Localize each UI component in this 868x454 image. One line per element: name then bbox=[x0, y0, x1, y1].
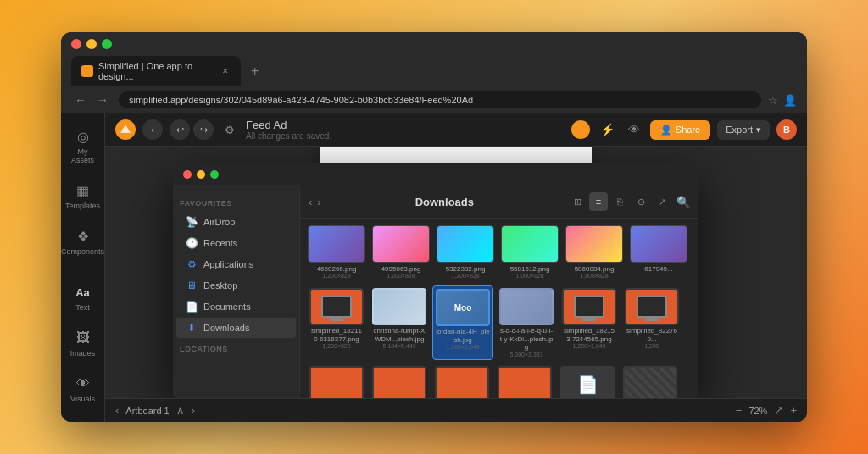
bookmark-icon[interactable]: ☆ bbox=[768, 94, 778, 107]
user-icon[interactable]: 👤 bbox=[783, 94, 797, 107]
sidebar-item-images[interactable]: 🖼 Images bbox=[64, 322, 102, 364]
nav-buttons: ← → bbox=[71, 91, 112, 108]
artboard-label: Artboard 1 bbox=[125, 406, 169, 416]
undo-button[interactable]: ↩ bbox=[170, 119, 190, 140]
file-name: 5581612.png bbox=[510, 265, 550, 273]
maximize-button[interactable] bbox=[102, 39, 112, 49]
list-item[interactable]: Moo jordan-nia-4H_plesh.jpg 1,200×1,649 bbox=[432, 285, 493, 360]
list-item[interactable] bbox=[620, 363, 680, 398]
list-item[interactable]: 5860084.png 1,000×828 bbox=[565, 225, 624, 279]
back-to-home-button[interactable]: ‹ bbox=[142, 119, 163, 140]
prev-artboard-button[interactable]: ‹ bbox=[115, 404, 119, 417]
up-artboard-button[interactable]: ∧ bbox=[176, 404, 185, 417]
sidebar-item-components[interactable]: ❖ Components bbox=[64, 220, 102, 263]
sidebar-item-my-assets[interactable]: ◎ My Assets bbox=[64, 120, 102, 171]
file-size: 1,200 bbox=[644, 343, 659, 349]
tab-favicon bbox=[81, 65, 93, 77]
preview-icon[interactable]: 👁 bbox=[625, 121, 643, 138]
address-input[interactable] bbox=[119, 91, 761, 108]
close-button[interactable] bbox=[71, 39, 81, 49]
fp-recents[interactable]: 🕐 Recents bbox=[176, 233, 296, 253]
sidebar-item-visuals[interactable]: 👁 Visuals bbox=[64, 368, 102, 410]
list-item[interactable]: 617949... bbox=[629, 225, 688, 279]
fp-search-button[interactable]: 🔍 bbox=[676, 196, 690, 208]
canvas-area[interactable]: Favourites 📡 AirDrop 🕐 Recents ⚙ bbox=[105, 147, 807, 398]
toolbar-right: ⚡ 👁 👤 Share Export ▾ B bbox=[571, 119, 797, 140]
file-thumbnail bbox=[372, 288, 426, 325]
file-picker-main: ‹ › Downloads ⊞ ≡ ⎘ ⊙ ↗ 🔍 bbox=[300, 185, 698, 398]
file-size: 1,200×828 bbox=[451, 273, 479, 279]
export-button[interactable]: Export ▾ bbox=[717, 120, 770, 140]
user-avatar[interactable]: B bbox=[776, 119, 797, 140]
list-item[interactable]: simplified_822760... 1,200 bbox=[622, 285, 682, 360]
svg-point-0 bbox=[576, 123, 585, 131]
fp-maximize-button[interactable] bbox=[210, 170, 219, 179]
tab-close-button[interactable]: ✕ bbox=[220, 65, 231, 77]
list-item[interactable]: 📄 bbox=[558, 363, 617, 398]
browser-tab[interactable]: Simplified | One app to design... ✕ bbox=[71, 56, 241, 86]
forward-button[interactable]: → bbox=[93, 91, 112, 108]
zoom-out-button[interactable]: − bbox=[736, 404, 743, 417]
fp-downloads[interactable]: ⬇ Downloads bbox=[176, 318, 296, 338]
redo-button[interactable]: ↪ bbox=[193, 119, 214, 140]
text-icon: Aa bbox=[74, 283, 92, 302]
bottom-bar: ‹ Artboard 1 ∧ › − 72% ⤢ + bbox=[105, 398, 807, 422]
zoom-level: 72% bbox=[748, 406, 767, 416]
fp-list-view-button[interactable]: ≡ bbox=[589, 192, 608, 211]
file-picker-titlebar bbox=[173, 163, 698, 185]
fp-copy-button[interactable]: ⎘ bbox=[610, 192, 629, 211]
new-tab-button[interactable]: + bbox=[246, 62, 264, 80]
file-thumbnail bbox=[309, 366, 364, 398]
fp-grid: simplified_182110 6316377.png 1,200×828 … bbox=[307, 285, 692, 360]
sidebar-item-text[interactable]: Aa Text bbox=[64, 276, 102, 318]
fullscreen-button[interactable]: ⤢ bbox=[774, 404, 783, 417]
list-item[interactable]: s-o-c-i-a-l-e-q-u-i-t-y-KkDi...plesh.jpg… bbox=[497, 285, 556, 360]
list-item[interactable]: christina-rumpf-XWDM...plesh.jpg 5,184×5… bbox=[370, 285, 429, 360]
zoom-in-button[interactable]: + bbox=[790, 404, 797, 417]
file-name: simplified_182110 6316377.png bbox=[309, 327, 364, 343]
list-item[interactable]: simplified_182110 6316377.png 1,200×828 bbox=[307, 285, 366, 360]
fp-close-button[interactable] bbox=[183, 170, 192, 179]
lightning-icon[interactable]: ⚡ bbox=[597, 121, 618, 138]
list-item[interactable]: 4660266.png 1,200×828 bbox=[307, 225, 366, 279]
file-picker-sidebar: Favourites 📡 AirDrop 🕐 Recents ⚙ bbox=[173, 185, 300, 398]
fp-documents[interactable]: 📄 Documents bbox=[176, 296, 296, 317]
settings-button[interactable]: ⚙ bbox=[220, 120, 239, 139]
fp-airdrop[interactable]: 📡 AirDrop bbox=[176, 212, 296, 232]
thumbnail-image bbox=[311, 290, 362, 324]
components-icon: ❖ bbox=[74, 227, 92, 246]
back-button[interactable]: ← bbox=[71, 91, 90, 108]
fp-minimize-button[interactable] bbox=[197, 170, 205, 179]
list-item[interactable] bbox=[432, 363, 492, 398]
left-sidebar: ◎ My Assets ▦ Templates ❖ Components Aa … bbox=[61, 114, 105, 422]
list-item[interactable]: 4995063.png 1,200×828 bbox=[371, 225, 431, 279]
fp-forward-button[interactable]: › bbox=[317, 196, 320, 208]
list-item[interactable]: 5581612.png 1,000×828 bbox=[500, 225, 559, 279]
minimize-button[interactable] bbox=[86, 39, 97, 49]
fp-applications[interactable]: ⚙ Applications bbox=[176, 254, 296, 274]
recents-icon: 🕐 bbox=[185, 237, 198, 249]
file-thumbnail bbox=[625, 288, 679, 325]
next-artboard-button[interactable]: › bbox=[192, 404, 195, 417]
fp-top-files-row: 4660266.png 1,200×828 4995063.png 1,200×… bbox=[307, 225, 692, 279]
fp-action-button[interactable]: ⊙ bbox=[632, 192, 650, 211]
list-item[interactable] bbox=[307, 363, 366, 398]
list-item[interactable]: 5322382.png 1,200×828 bbox=[436, 225, 495, 279]
file-thumbnail bbox=[372, 366, 426, 398]
list-item[interactable]: simplified_182153 7244565.png 1,200×1,04… bbox=[559, 285, 619, 360]
fp-grid-view-button[interactable]: ⊞ bbox=[568, 192, 587, 211]
history-buttons: ↩ ↪ bbox=[170, 119, 214, 140]
file-name: 5860084.png bbox=[575, 265, 615, 273]
fp-desktop[interactable]: 🖥 Desktop bbox=[176, 275, 296, 296]
list-item[interactable] bbox=[370, 363, 429, 398]
share-icon: 👤 bbox=[660, 125, 672, 136]
sidebar-item-templates[interactable]: ▦ Templates bbox=[64, 174, 102, 217]
fp-share-button[interactable]: ↗ bbox=[653, 192, 671, 211]
sidebar-item-label: Text bbox=[75, 303, 90, 312]
file-size: 5,184×5,449 bbox=[382, 343, 415, 349]
fp-back-button[interactable]: ‹ bbox=[309, 196, 312, 208]
file-thumbnail bbox=[309, 288, 364, 325]
share-button[interactable]: 👤 Share bbox=[650, 120, 710, 140]
list-item[interactable] bbox=[495, 363, 554, 398]
sidebar-play-button[interactable]: ▶ bbox=[64, 417, 102, 422]
